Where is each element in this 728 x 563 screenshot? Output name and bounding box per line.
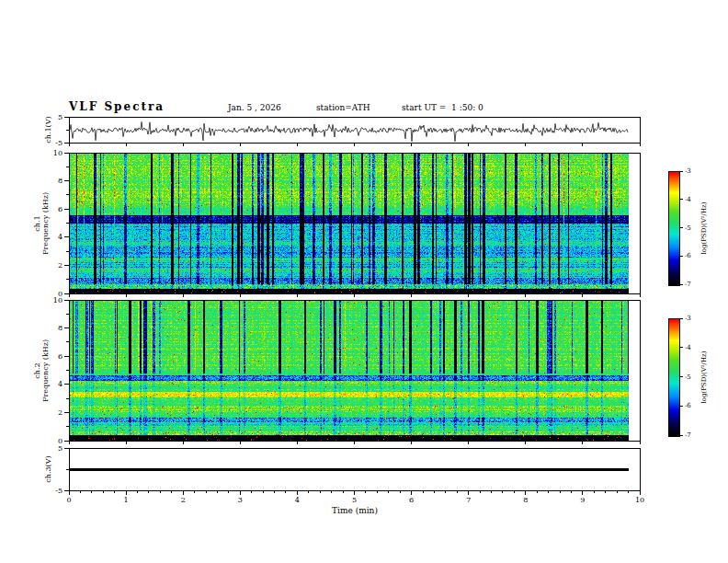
time-tick-label: 10: [631, 496, 649, 505]
ch3-x-tick: [468, 491, 469, 495]
flatline-panel-ch3: [69, 448, 641, 491]
ch3-x-tick: [297, 491, 298, 495]
spec1-y-tick: [66, 167, 69, 167]
time-tick-label: 7: [460, 496, 478, 505]
time-axis-label: Time (min): [309, 506, 401, 515]
spec1-y-tick-label: 8: [44, 177, 63, 185]
wave-x-tick: [640, 144, 641, 146]
spec2-x-tick: [640, 442, 641, 444]
vlf-spectra-figure: VLF Spectra Jan. 5 , 2026 station=ATH st…: [0, 0, 728, 563]
ch3-x-tick: [423, 491, 424, 493]
ch3-x-tick: [251, 491, 252, 493]
ch3-y-tick: [64, 448, 69, 449]
colorbar-tick-label: -3: [685, 167, 698, 175]
spec1-x-tick: [354, 294, 355, 297]
ch3-x-tick: [457, 491, 458, 493]
ch3-voltage-axis-label: ch.3(V): [44, 455, 52, 482]
spec1-y-tick: [64, 236, 69, 237]
wave-x-tick: [69, 144, 70, 146]
spectrogram-panel-ch1: [69, 153, 641, 294]
ch3-x-tick: [502, 491, 503, 493]
spec2-y-tick: [64, 327, 69, 328]
spec1-y-tick-label: 4: [44, 233, 63, 241]
ch1-frequency-axis-label: ch.1 Frequency (kHz): [33, 192, 50, 255]
wave-x-tick: [468, 144, 469, 146]
ch3-y-tick-label: -5: [44, 487, 63, 495]
ch3-x-tick: [525, 491, 526, 495]
ch3-x-tick: [80, 491, 81, 493]
ch3-x-tick: [480, 491, 481, 493]
spec2-y-tick: [66, 370, 69, 371]
ch3-x-tick: [274, 491, 275, 493]
wave-y-tick: [64, 117, 69, 118]
colorbar-tick-label: -4: [685, 344, 698, 351]
colorbar-ch1: [668, 171, 680, 286]
frequency-khz-label-ch2: Frequency (kHz): [41, 339, 50, 402]
ch3-x-tick: [331, 491, 332, 493]
spec1-x-tick: [411, 294, 412, 297]
spec2-y-tick: [66, 398, 69, 399]
ch3-x-tick: [217, 491, 218, 493]
colorbar-tick: [680, 318, 683, 319]
colorbar1-units-label: log(PSD)(V²/Hz): [700, 202, 709, 255]
ch3-x-tick: [285, 491, 286, 493]
ch3-x-tick: [228, 491, 229, 493]
ch3-x-tick: [354, 491, 355, 495]
colorbar-tick-label: -6: [685, 252, 698, 259]
colorbar-tick: [680, 284, 683, 285]
ch3-x-tick: [171, 491, 172, 493]
spec2-x-tick: [240, 442, 241, 444]
ch3-y-tick-label: 5: [44, 444, 63, 453]
ch3-x-tick: [160, 491, 161, 493]
ch3-x-tick: [91, 491, 92, 493]
time-tick-label: 8: [517, 496, 535, 505]
spec1-x-tick: [640, 294, 641, 297]
spec1-x-tick: [126, 294, 127, 297]
colorbar-tick: [680, 435, 683, 436]
wave-x-tick: [582, 144, 583, 146]
wave-y-tick: [66, 130, 69, 131]
colorbar-tick-label: -4: [685, 196, 698, 203]
colorbar-tick: [680, 406, 683, 407]
spec2-x-tick: [354, 442, 355, 444]
spec1-y-tick-label: 2: [44, 261, 63, 270]
ch3-x-tick: [148, 491, 149, 493]
ch3-x-tick: [263, 491, 264, 493]
spec1-y-tick-label: 6: [44, 205, 63, 213]
ch3-x-tick: [617, 491, 618, 493]
ch3-y-tick: [66, 469, 69, 470]
colorbar-ch1-gradient: [669, 172, 679, 285]
wave-x-tick: [126, 144, 127, 146]
ch2-label-line: ch.2: [33, 339, 41, 402]
ch3-x-tick: [537, 491, 538, 493]
spectrogram-panel-ch2: [69, 300, 641, 442]
ch3-x-tick: [126, 491, 127, 495]
ch3-x-tick: [194, 491, 195, 493]
wave-y-tick-label: -5: [44, 139, 63, 147]
time-tick-label: 4: [288, 496, 306, 505]
spec2-y-tick-label: 2: [44, 408, 63, 417]
spec1-y-tick: [66, 279, 69, 280]
spec1-x-tick: [69, 294, 70, 297]
wave-x-tick: [411, 144, 412, 146]
spec1-x-tick: [297, 294, 298, 297]
wave-x-tick: [183, 144, 184, 146]
ch3-x-tick: [114, 491, 115, 493]
time-tick-label: 0: [60, 496, 78, 505]
colorbar-tick-label: -7: [685, 431, 698, 439]
ch3-x-tick: [240, 491, 241, 495]
spec1-y-tick: [64, 265, 69, 266]
ch1-label-line: ch.1: [33, 192, 41, 255]
spec1-y-tick: [64, 209, 69, 210]
colorbar-tick-label: -3: [685, 315, 698, 322]
ch3-x-tick: [365, 491, 366, 493]
wave-y-tick-label: 5: [44, 113, 63, 121]
colorbar2-units-label: log(PSD)(V²/Hz): [700, 351, 709, 404]
date-label: Jan. 5 , 2026: [228, 103, 281, 112]
spec1-y-tick: [64, 180, 69, 181]
spec2-y-tick-label: 10: [44, 296, 63, 304]
spec2-y-tick: [66, 314, 69, 315]
colorbar-tick: [680, 199, 683, 200]
ch1-waveform-canvas: [70, 118, 640, 143]
spec2-y-tick-label: 6: [44, 352, 63, 361]
